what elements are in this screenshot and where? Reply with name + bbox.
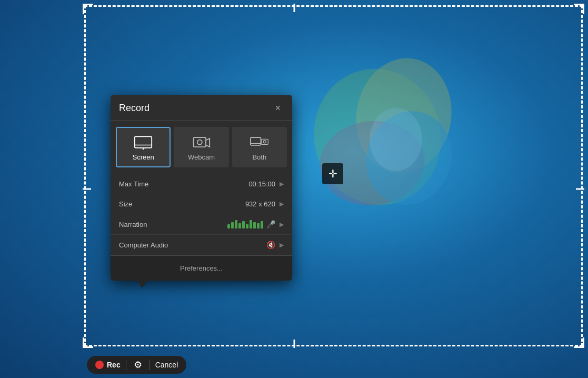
cancel-button[interactable]: Cancel (155, 361, 178, 369)
computer-audio-label: Computer Audio (119, 241, 177, 249)
mode-webcam-button[interactable]: Webcam (174, 127, 228, 167)
selection-corner-bl (83, 337, 93, 348)
narration-row: Narration 🎤 ▶ (111, 214, 292, 235)
toolbar-divider (126, 360, 126, 370)
edge-handle-bottom[interactable] (293, 340, 295, 348)
microphone-icon: 🎤 (266, 220, 275, 228)
meter-bar-9 (257, 223, 260, 228)
edge-handle-right[interactable] (576, 188, 584, 190)
svg-point-14 (263, 141, 266, 143)
svg-rect-11 (251, 137, 261, 145)
selection-corner-tl (83, 4, 93, 14)
rec-label: Rec (107, 361, 121, 369)
mode-both-button[interactable]: Both (232, 127, 287, 167)
mode-webcam-label: Webcam (188, 153, 215, 161)
svg-point-10 (197, 140, 202, 145)
preferences-button[interactable]: Preferences... (172, 262, 231, 274)
close-button[interactable]: × (272, 102, 284, 114)
audio-meter-bars (227, 220, 263, 228)
selection-corner-br (574, 337, 584, 348)
mode-screen-button[interactable]: Screen (116, 127, 171, 167)
move-cursor-icon[interactable]: ✛ (322, 163, 343, 184)
narration-label: Narration (119, 221, 177, 228)
max-time-label: Max Time (119, 180, 177, 188)
svg-rect-5 (135, 136, 152, 148)
audio-muted-icon[interactable]: 🔇 (266, 241, 275, 249)
size-label: Size (119, 200, 177, 208)
narration-arrow[interactable]: ▶ (280, 221, 284, 228)
max-time-row: Max Time 00:15:00 ▶ (111, 174, 292, 194)
settings-section: Max Time 00:15:00 ▶ Size 932 x 620 ▶ Nar… (111, 174, 292, 255)
meter-bar-10 (261, 221, 263, 228)
size-row: Size 932 x 620 ▶ (111, 194, 292, 214)
meter-bar-8 (253, 222, 256, 228)
dialog-title: Record (119, 103, 150, 114)
edge-handle-top[interactable] (293, 4, 295, 12)
desktop-decoration (293, 53, 493, 255)
edge-handle-left[interactable] (83, 188, 91, 190)
computer-audio-row: Computer Audio 🔇 ▶ (111, 235, 292, 255)
screen-icon (134, 135, 153, 150)
mode-buttons-group: Screen Webcam Both (111, 121, 292, 174)
size-arrow[interactable]: ▶ (280, 201, 284, 207)
webcam-icon (192, 135, 211, 150)
size-value: 932 x 620 (177, 200, 275, 208)
record-dialog: Record × Screen Webcam (111, 95, 292, 281)
rec-dot-icon (95, 361, 104, 369)
meter-bar-1 (227, 224, 230, 228)
meter-bar-4 (238, 223, 241, 228)
dialog-tail (137, 281, 147, 288)
toolbar-settings-button[interactable]: ⚙ (132, 359, 144, 371)
mode-screen-label: Screen (133, 153, 154, 161)
preferences-row: Preferences... (111, 255, 292, 281)
meter-bar-7 (250, 220, 252, 228)
meter-bar-2 (231, 222, 234, 228)
selection-corner-tr (574, 4, 584, 14)
meter-bar-6 (246, 224, 248, 228)
mode-both-label: Both (252, 153, 266, 161)
svg-point-4 (370, 108, 422, 171)
both-icon (250, 135, 269, 150)
narration-meter: 🎤 (177, 220, 275, 228)
rec-button[interactable]: Rec (95, 361, 121, 369)
svg-rect-9 (194, 137, 206, 147)
toolbar-divider-2 (150, 360, 150, 370)
dialog-header: Record × (111, 95, 292, 121)
bottom-toolbar: Rec ⚙ Cancel (87, 356, 186, 374)
meter-bar-5 (242, 221, 245, 228)
max-time-arrow[interactable]: ▶ (280, 181, 284, 187)
svg-rect-13 (261, 139, 268, 144)
meter-bar-3 (235, 220, 237, 228)
max-time-value: 00:15:00 (177, 180, 275, 188)
computer-audio-arrow[interactable]: ▶ (280, 242, 284, 248)
computer-audio-controls: 🔇 (177, 241, 275, 249)
